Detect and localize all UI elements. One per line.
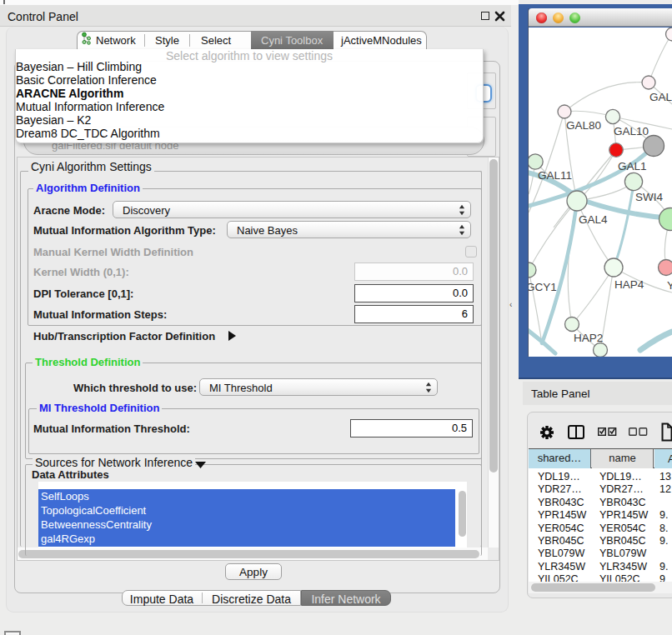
svg-text:GAL80: GAL80 bbox=[566, 119, 601, 132]
svg-text:HAP4: HAP4 bbox=[614, 278, 644, 291]
svg-text:GAL11: GAL11 bbox=[538, 169, 572, 182]
svg-text:GCY1: GCY1 bbox=[529, 281, 557, 293]
svg-text:GAL4: GAL4 bbox=[579, 213, 608, 226]
svg-text:HAP2: HAP2 bbox=[574, 332, 603, 344]
svg-text:GAL10: GAL10 bbox=[614, 125, 649, 138]
svg-text:Y: Y bbox=[667, 279, 672, 292]
svg-text:GAL: GAL bbox=[649, 91, 672, 103]
svg-text:GAL1: GAL1 bbox=[618, 160, 647, 172]
svg-text:SWI4: SWI4 bbox=[635, 191, 663, 203]
